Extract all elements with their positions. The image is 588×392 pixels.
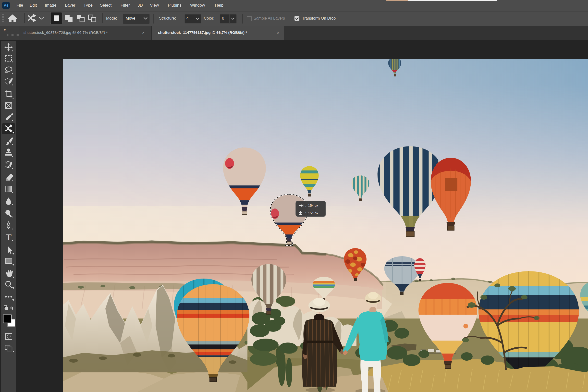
- svg-text::: :: [305, 204, 306, 208]
- svg-text:154 px: 154 px: [308, 204, 318, 208]
- svg-text:T: T: [6, 232, 12, 242]
- svg-text:154 px: 154 px: [308, 211, 318, 215]
- svg-text::: :: [305, 211, 306, 215]
